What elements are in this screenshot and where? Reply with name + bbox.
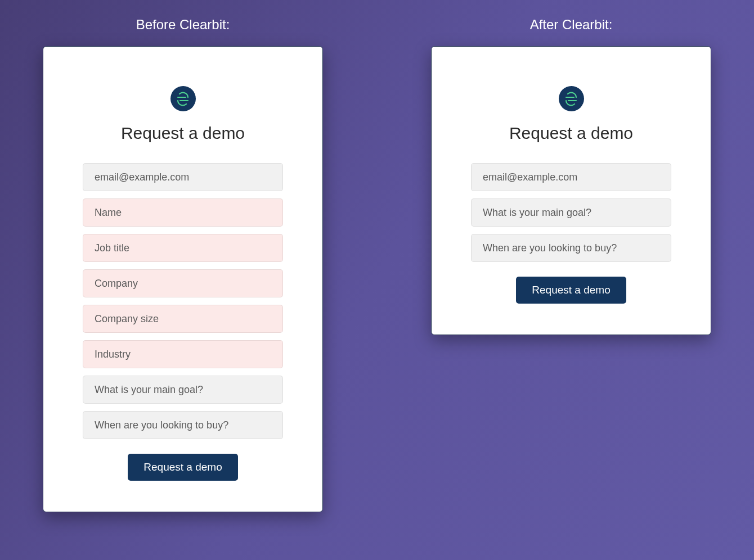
before-card: Request a demo email@example.com Name Jo… [43,46,323,512]
goal-field[interactable]: What is your main goal? [471,198,671,227]
email-field[interactable]: email@example.com [83,163,283,191]
name-field[interactable]: Name [83,198,283,227]
after-card: Request a demo email@example.com What is… [431,46,711,335]
after-heading: After Clearbit: [530,17,613,33]
after-submit-button[interactable]: Request a demo [516,277,626,304]
brand-logo-icon [559,86,584,111]
company-size-field[interactable]: Company size [83,305,283,333]
before-submit-button[interactable]: Request a demo [128,454,237,481]
before-card-title: Request a demo [121,124,245,143]
after-column: After Clearbit: Request a demo email@exa… [414,17,729,335]
industry-field[interactable]: Industry [83,340,283,368]
before-column: Before Clearbit: Request a demo email@ex… [25,17,340,512]
job-title-field[interactable]: Job title [83,234,283,262]
after-card-title: Request a demo [509,124,633,143]
before-heading: Before Clearbit: [136,17,230,33]
brand-logo-icon [170,86,196,111]
email-field[interactable]: email@example.com [471,163,671,191]
company-field[interactable]: Company [83,269,283,297]
buy-timing-field[interactable]: When are you looking to buy? [83,411,283,439]
buy-timing-field[interactable]: When are you looking to buy? [471,234,671,262]
goal-field[interactable]: What is your main goal? [83,376,283,404]
